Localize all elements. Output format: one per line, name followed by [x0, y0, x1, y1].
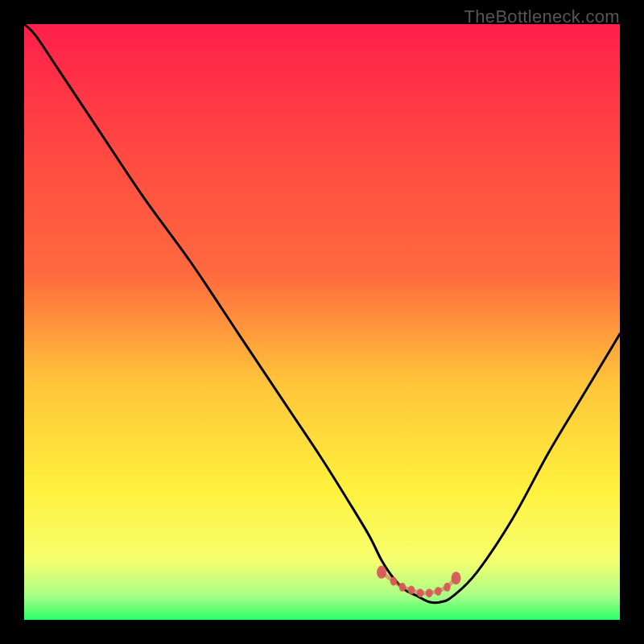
chart-frame: TheBottleneck.com [0, 0, 644, 644]
svg-point-0 [377, 566, 386, 579]
svg-point-2 [399, 583, 406, 592]
svg-point-5 [426, 588, 432, 597]
svg-point-3 [408, 586, 415, 595]
svg-point-7 [444, 583, 450, 592]
plot-area [24, 24, 620, 620]
gradient-background [24, 24, 620, 620]
svg-point-1 [390, 576, 397, 585]
svg-point-6 [435, 587, 441, 596]
watermark-text: TheBottleneck.com [464, 6, 620, 27]
chart-svg [24, 24, 620, 620]
svg-point-8 [452, 572, 461, 584]
svg-point-4 [417, 588, 423, 597]
